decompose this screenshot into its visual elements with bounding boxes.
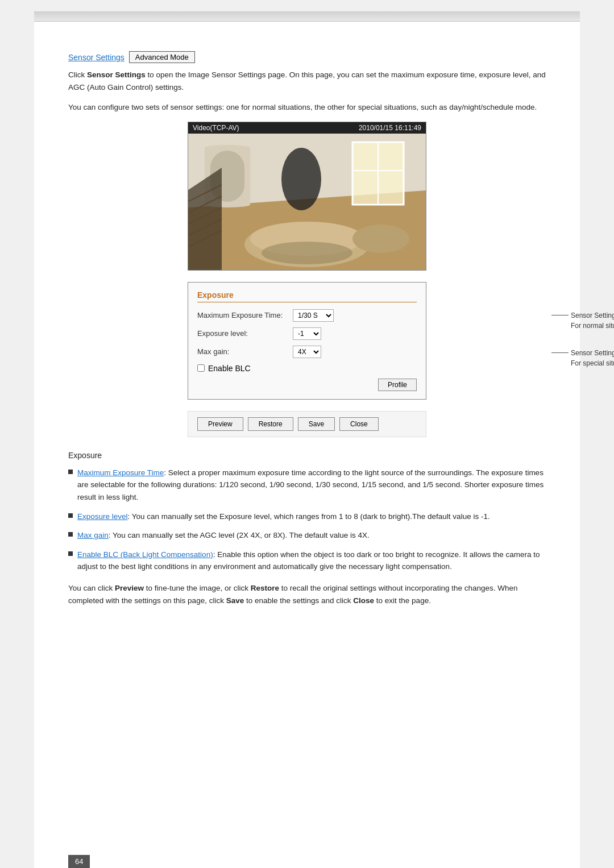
svg-point-11 (352, 225, 409, 253)
max-gain-row: Max gain: 4X 2X 8X (197, 346, 417, 358)
panel-container: Exposure Maximum Exposure Time: 1/30 S 1… (68, 282, 546, 400)
ann-text-2: Sensor Setting 2: For special situations (571, 348, 614, 368)
list-item: Maximum Exposure Time: Select a proper m… (68, 467, 546, 504)
room-svg (188, 134, 426, 270)
bullet-icon (68, 532, 73, 537)
sensor-annotation-1: Sensor Setting 1: For normal situations (551, 310, 614, 331)
bottom-buttons: Preview Restore Save Close (188, 411, 426, 437)
sensor-annotation-2: Sensor Setting 2: For special situations (551, 348, 614, 368)
section-heading: Exposure (68, 451, 546, 460)
preview-button[interactable]: Preview (197, 417, 243, 431)
intro-text-1: Click Sensor Settings to open the Image … (68, 69, 546, 93)
bullet-text-4: Enable BLC (Back Light Compensation): En… (77, 549, 546, 573)
video-timestamp: 2010/01/15 16:11:49 (359, 124, 421, 132)
enable-blc-checkbox[interactable] (197, 364, 205, 372)
preview-bold: Preview (115, 584, 144, 592)
bullet-icon (68, 551, 73, 556)
enable-blc-row: Enable BLC (197, 364, 417, 373)
bullet-text-1: Maximum Exposure Time: Select a proper m… (77, 467, 546, 504)
exposure-level-link[interactable]: Exposure level (77, 512, 128, 521)
restore-bold: Restore (251, 584, 279, 592)
ann-line-2 (551, 352, 569, 353)
top-bar (34, 11, 580, 22)
exposure-panel: Exposure Maximum Exposure Time: 1/30 S 1… (188, 282, 426, 400)
max-gain-link[interactable]: Max gain (77, 531, 109, 539)
camera-feed-container: Video(TCP-AV) 2010/01/15 16:11:49 (68, 122, 546, 271)
header-line: Sensor Settings Advanced Mode (68, 51, 546, 63)
list-item: Exposure level: You can manually set the… (68, 510, 546, 523)
sensor-settings-link[interactable]: Sensor Settings (68, 53, 125, 62)
camera-feed: Video(TCP-AV) 2010/01/15 16:11:49 (188, 122, 426, 271)
ann-text-1: Sensor Setting 1: For normal situations (571, 310, 614, 331)
profile-row: Profile (197, 379, 417, 391)
restore-button[interactable]: Restore (248, 417, 293, 431)
list-item: Max gain: You can manually set the AGC l… (68, 529, 546, 542)
save-button[interactable]: Save (298, 417, 335, 431)
ann-setting2-line1: Sensor Setting 2: (571, 348, 614, 358)
ann-setting1-line1: Sensor Setting 1: (571, 310, 614, 321)
exposure-level-label: Exposure level: (197, 329, 288, 338)
bottom-buttons-container: Preview Restore Save Close (68, 411, 546, 437)
ann-setting1-line2: For normal situations (571, 321, 614, 331)
save-bold: Save (226, 596, 244, 605)
exposure-level-select[interactable]: -1 123 456 78 (293, 327, 321, 340)
list-item: Enable BLC (Back Light Compensation): En… (68, 549, 546, 573)
enable-blc-link[interactable]: Enable BLC (Back Light Compensation) (77, 550, 213, 559)
profile-button[interactable]: Profile (378, 379, 417, 391)
footer-text: You can click Preview to fine-tune the i… (68, 582, 546, 607)
max-exposure-select[interactable]: 1/30 S 1/120 S 1/90 S 1/15 S 1/5 S (293, 309, 334, 322)
intro-text-2: You can configure two sets of sensor set… (68, 101, 546, 114)
body-section: Exposure Maximum Exposure Time: Select a… (68, 451, 546, 607)
exposure-level-row: Exposure level: -1 123 456 78 (197, 327, 417, 340)
page-number: 64 (68, 855, 90, 868)
sensor-settings-bold: Sensor Settings (87, 70, 146, 79)
svg-point-12 (262, 242, 352, 264)
video-protocol: Video(TCP-AV) (193, 124, 239, 132)
camera-image (188, 134, 426, 270)
svg-point-8 (281, 148, 321, 210)
bullet-text-3: Max gain: You can manually set the AGC l… (77, 529, 370, 542)
bullet-icon (68, 470, 73, 474)
advanced-mode-button[interactable]: Advanced Mode (129, 51, 195, 63)
ann-line-1 (551, 315, 569, 315)
sensor-annotations: Sensor Setting 1: For normal situations … (551, 310, 614, 368)
close-bold: Close (353, 596, 374, 605)
max-exposure-row: Maximum Exposure Time: 1/30 S 1/120 S 1/… (197, 309, 417, 322)
max-exposure-label: Maximum Exposure Time: (197, 311, 288, 319)
close-button[interactable]: Close (339, 417, 379, 431)
page: Sensor Settings Advanced Mode Click Sens… (34, 11, 580, 868)
max-gain-select[interactable]: 4X 2X 8X (293, 346, 321, 358)
ann-setting2-line2: For special situations (571, 358, 614, 368)
max-exposure-link[interactable]: Maximum Exposure Time (77, 468, 164, 477)
bullet-list: Maximum Exposure Time: Select a proper m… (68, 467, 546, 573)
enable-blc-label: Enable BLC (208, 364, 251, 373)
camera-feed-header: Video(TCP-AV) 2010/01/15 16:11:49 (188, 122, 426, 134)
max-gain-label: Max gain: (197, 347, 288, 356)
bullet-text-2: Exposure level: You can manually set the… (77, 510, 490, 523)
exposure-title: Exposure (197, 290, 417, 302)
bullet-icon (68, 513, 73, 518)
